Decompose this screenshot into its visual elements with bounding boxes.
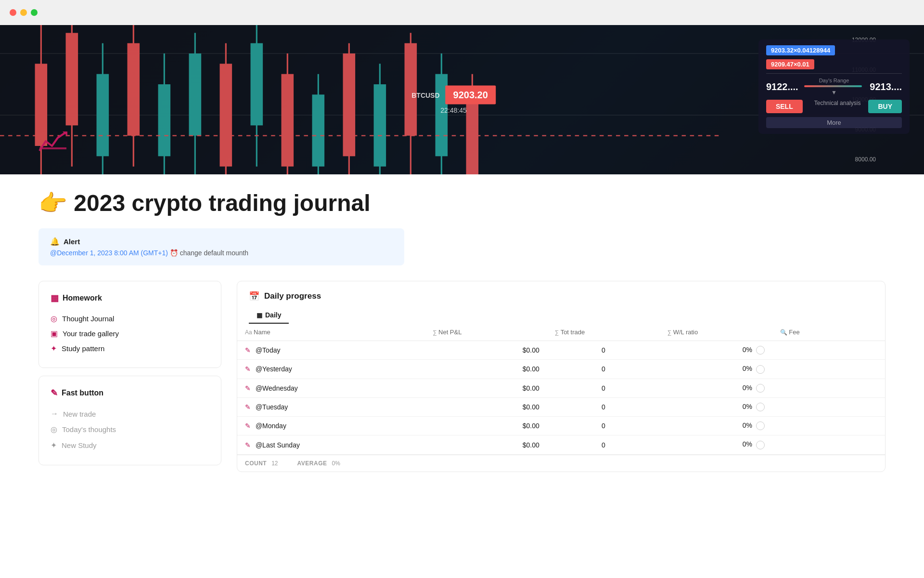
todays-thoughts-icon: ◎	[51, 425, 57, 434]
maximize-button[interactable]	[31, 9, 38, 16]
btcusd-overlay: BTCUSD 9203.20 22:48:45	[411, 86, 496, 114]
hero-banner: 12000.00 11000.00 10000.00 9000.00 8000.…	[0, 25, 924, 174]
svg-rect-29	[374, 84, 386, 167]
study-pattern-item[interactable]: ✦ Study pattern	[51, 341, 209, 356]
count-value: 12	[271, 460, 278, 467]
study-pattern-label: Study pattern	[62, 344, 104, 353]
row-name-monday: ✎ @Monday	[237, 417, 425, 435]
alert-label: Alert	[64, 237, 80, 246]
right-column: 📅 Daily progress ▦ Daily	[237, 281, 886, 472]
alert-clock-icon: ⏰	[170, 249, 178, 257]
alert-link[interactable]: @December 1, 2023 8:00 AM (GMT+1)	[50, 249, 168, 257]
title-emoji: 👉	[38, 190, 67, 216]
tab-daily[interactable]: ▦ Daily	[249, 307, 289, 324]
row-wl-monday: 0%	[660, 417, 772, 435]
hero-divider	[766, 73, 902, 74]
table-header: Aa Name ∑ Net P&L ∑ Tot trade ∑ W/L rati…	[237, 324, 885, 341]
todays-thoughts-label: Today's thoughts	[62, 425, 116, 434]
homework-card-title: ▦ Homework	[51, 293, 209, 303]
more-button[interactable]: More	[766, 117, 902, 128]
minimize-button[interactable]	[20, 9, 27, 16]
row-pnl-lastsunday: $0.00	[425, 435, 547, 454]
homework-title: Homework	[63, 294, 102, 302]
row-name-lastsunday: ✎ @Last Sunday	[237, 435, 425, 454]
row-tot-yesterday: 0	[547, 360, 660, 379]
row-tot-lastsunday: 0	[547, 435, 660, 454]
wl-circle-today	[756, 346, 765, 355]
row-fee-wednesday	[772, 379, 885, 397]
trade-gallery-item[interactable]: ▣ Your trade gallery	[51, 326, 209, 341]
range-area: Day's Range ▼	[804, 78, 864, 96]
header-row: Aa Name ∑ Net P&L ∑ Tot trade ∑ W/L rati…	[237, 324, 885, 341]
row-edit-icon-wednesday: ✎	[245, 384, 251, 392]
svg-rect-27	[343, 53, 356, 156]
wl-circle-lastsunday	[756, 441, 765, 449]
progress-icon: 📅	[249, 291, 259, 302]
daily-table: Aa Name ∑ Net P&L ∑ Tot trade ∑ W/L rati…	[237, 324, 885, 455]
row-fee-lastsunday	[772, 435, 885, 454]
homework-card: ▦ Homework ◎ Thought Journal ▣ Your trad…	[38, 281, 221, 368]
homework-icon: ▦	[51, 293, 59, 303]
col-pnl-header: ∑ Net P&L	[425, 324, 547, 341]
table-row[interactable]: ✎ @Monday $0.00 0 0%	[237, 417, 885, 435]
high-stat: 9213....	[870, 81, 902, 92]
table-row[interactable]: ✎ @Tuesday $0.00 0 0%	[237, 397, 885, 416]
col-wl-header: ∑ W/L ratio	[660, 324, 772, 341]
tech-label: Technical analysis	[814, 100, 861, 113]
svg-rect-25	[312, 94, 325, 166]
table-row[interactable]: ✎ @Today $0.00 0 0%	[237, 341, 885, 360]
row-wl-wednesday: 0%	[660, 379, 772, 397]
new-trade-icon: →	[51, 409, 58, 418]
close-button[interactable]	[10, 9, 16, 16]
low-stat: 9122....	[766, 81, 798, 92]
svg-rect-17	[189, 53, 202, 136]
col-fee-header: 🔍 Fee	[772, 324, 885, 341]
tab-daily-icon: ▦	[257, 312, 262, 319]
btc-price-box: 9203.20	[446, 86, 496, 105]
row-tot-wednesday: 0	[547, 379, 660, 397]
study-pattern-icon: ✦	[51, 344, 57, 353]
daily-progress-card: 📅 Daily progress ▦ Daily	[237, 281, 886, 472]
fast-button-label: Fast button	[62, 389, 103, 397]
wl-circle-wednesday	[756, 384, 765, 393]
alert-box: 🔔 Alert @December 1, 2023 8:00 AM (GMT+1…	[38, 228, 404, 265]
title-text: 2023 crypto trading journal	[74, 190, 370, 216]
wl-circle-yesterday	[756, 365, 765, 374]
new-trade-button[interactable]: → New trade	[51, 406, 209, 421]
table-body: ✎ @Today $0.00 0 0%	[237, 341, 885, 455]
row-edit-icon-yesterday: ✎	[245, 365, 251, 373]
trade-gallery-icon: ▣	[51, 329, 58, 338]
wl-circle-monday	[756, 421, 765, 430]
todays-thoughts-button[interactable]: ◎ Today's thoughts	[51, 421, 209, 437]
btcusd-label: BTCUSD	[411, 91, 439, 99]
hero-right-panel: 9203.32×0.04128944 9209.47×0.01 9122....…	[758, 39, 910, 134]
chart-logo	[38, 129, 67, 160]
day-range-label: Day's Range	[804, 78, 864, 83]
two-col-layout: ▦ Homework ◎ Thought Journal ▣ Your trad…	[38, 281, 886, 472]
row-fee-yesterday	[772, 360, 885, 379]
new-study-icon: ✦	[51, 441, 57, 450]
row-fee-today	[772, 341, 885, 360]
hero-stats: 9122.... Day's Range ▼ 9213....	[766, 78, 902, 96]
fast-button-title: ✎ Fast button	[51, 388, 209, 398]
new-study-button[interactable]: ✦ New Study	[51, 437, 209, 453]
page-title: 👉 2023 crypto trading journal	[38, 190, 886, 217]
sell-buy-row: SELL Technical analysis BUY	[766, 100, 902, 113]
table-row[interactable]: ✎ @Wednesday $0.00 0 0%	[237, 379, 885, 397]
thought-journal-icon: ◎	[51, 314, 57, 323]
row-fee-tuesday	[772, 397, 885, 416]
row-pnl-monday: $0.00	[425, 417, 547, 435]
row-wl-tuesday: 0%	[660, 397, 772, 416]
row-name-wednesday: ✎ @Wednesday	[237, 379, 425, 397]
row-pnl-yesterday: $0.00	[425, 360, 547, 379]
table-row[interactable]: ✎ @Yesterday $0.00 0 0%	[237, 360, 885, 379]
table-row[interactable]: ✎ @Last Sunday $0.00 0 0%	[237, 435, 885, 454]
svg-rect-21	[251, 43, 263, 126]
row-pnl-wednesday: $0.00	[425, 379, 547, 397]
row-name-today: ✎ @Today	[237, 341, 425, 360]
badge-row: 9203.32×0.04128944	[766, 45, 902, 55]
new-trade-label: New trade	[63, 410, 96, 418]
badge-row-2: 9209.47×0.01	[766, 59, 902, 69]
fast-button-card: ✎ Fast button → New trade ◎ Today's thou…	[38, 376, 221, 465]
thought-journal-item[interactable]: ◎ Thought Journal	[51, 311, 209, 326]
